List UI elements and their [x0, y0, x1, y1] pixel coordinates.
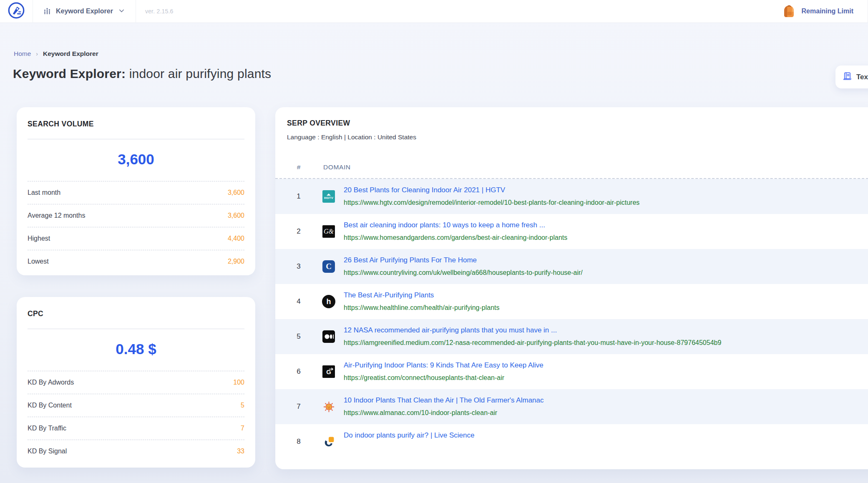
result-url: https://www.almanac.com/10-indoor-plants…: [344, 408, 544, 418]
live-science-favicon: [322, 435, 335, 448]
serp-result-row: 4 h The Best Air-Purifying Plants https:…: [275, 284, 868, 319]
app-logo[interactable]: [0, 0, 33, 23]
search-volume-value: 3,600: [28, 151, 244, 168]
homes-and-gardens-glyph: G&: [322, 225, 335, 238]
stat-label: KD By Content: [28, 402, 72, 409]
rank-column-header: #: [287, 164, 310, 171]
result-rank: 6: [287, 367, 310, 376]
breadcrumb-current: Keyword Explorer: [43, 50, 98, 58]
app-version: ver. 2.15.6: [136, 8, 183, 15]
stat-value: 3,600: [228, 189, 244, 196]
healthline-favicon: h: [322, 295, 335, 308]
hgtv-glyph: HGTV: [324, 196, 333, 200]
hgtv-favicon: HGTV: [322, 190, 335, 203]
divider: [28, 139, 244, 139]
country-living-favicon: C: [322, 260, 335, 273]
result-rank: 1: [287, 192, 310, 201]
serp-overview-title: SERP OVERVIEW: [287, 119, 868, 128]
text-report-button[interactable]: Text: [835, 65, 868, 88]
result-url: https://www.countryliving.com/uk/wellbei…: [344, 268, 583, 277]
serp-result-row: 7 10 I: [275, 389, 868, 424]
stat-label: KD By Traffic: [28, 425, 66, 432]
serp-result-row: 6 G Air-Purifying Indoor Plants: 9 Kinds…: [275, 354, 868, 389]
stat-value: 5: [241, 402, 244, 409]
result-title-link[interactable]: The Best Air-Purifying Plants: [344, 290, 500, 300]
homes-and-gardens-favicon: G&: [322, 225, 335, 238]
stat-row-kd-traffic: KD By Traffic 7: [28, 417, 244, 440]
result-url: https://www.homesandgardens.com/gardens/…: [344, 233, 567, 242]
page-title: Keyword Explorer: indoor air purifying p…: [13, 67, 271, 81]
search-volume-title: SEARCH VOLUME: [28, 107, 244, 129]
stat-row-last-month: Last month 3,600: [28, 181, 244, 204]
serp-result-row: 5 12 NASA recommended air-purifying plan…: [275, 319, 868, 354]
stat-value: 100: [233, 379, 244, 386]
result-title-link[interactable]: 10 Indoor Plants That Clean the Air | Th…: [344, 395, 544, 405]
cpc-value: 0.48 $: [28, 341, 244, 357]
breadcrumb: Home › Keyword Explorer: [14, 50, 98, 58]
stat-row-kd-adwords: KD By Adwords 100: [28, 371, 244, 394]
navbar-right: Remaining Limit: [782, 0, 868, 23]
stat-row-lowest: Lowest 2,900: [28, 250, 244, 273]
result-rank: 5: [287, 332, 310, 341]
stat-value: 4,400: [228, 235, 244, 242]
stat-row-highest: Highest 4,400: [28, 227, 244, 250]
navbar-left: Keyword Explorer ver. 2.15.6: [0, 0, 183, 23]
serp-result-row: 1 HGTV 20 Best Plants for Cleaning Indoo…: [275, 179, 868, 214]
serp-result-row: 3 C 26 Best Air Purifying Plants For The…: [275, 249, 868, 284]
divider: [28, 329, 244, 329]
top-navbar: Keyword Explorer ver. 2.15.6 Remaining L…: [0, 0, 868, 23]
result-title-link[interactable]: 12 NASA recommended air-purifying plants…: [344, 325, 721, 335]
breadcrumb-home-link[interactable]: Home: [14, 50, 31, 58]
stat-label: KD By Adwords: [28, 379, 74, 386]
result-title-link[interactable]: Do indoor plants purify air? | Live Scie…: [344, 430, 474, 440]
result-url: https://greatist.com/connect/houseplants…: [344, 373, 543, 382]
stat-value: 7: [241, 425, 244, 432]
remaining-limit-link[interactable]: Remaining Limit: [802, 8, 853, 15]
result-rank: 7: [287, 402, 310, 411]
bar-chart-icon: [43, 6, 51, 16]
healthline-glyph: h: [322, 295, 335, 308]
result-url: https://www.healthline.com/health/air-pu…: [344, 303, 500, 312]
search-volume-card: SEARCH VOLUME 3,600 Last month 3,600 Ave…: [17, 107, 255, 275]
text-button-label: Text: [856, 73, 868, 81]
greatist-favicon: G: [322, 365, 335, 378]
cpc-card: CPC 0.48 $ KD By Adwords 100 KD By Conte…: [17, 297, 255, 468]
page-title-prefix: Keyword Explorer:: [13, 67, 126, 80]
country-living-glyph: C: [322, 260, 335, 273]
serp-overview-card: SERP OVERVIEW Language : English | Locat…: [275, 107, 868, 469]
serp-result-row: 2 G& Best air cleaning indoor plants: 10…: [275, 214, 868, 249]
stat-row-average-12-months: Average 12 months 3,600: [28, 204, 244, 227]
cpc-title: CPC: [28, 297, 244, 319]
page-title-keyword: indoor air purifying plants: [126, 67, 271, 80]
almanac-sun-favicon: [322, 400, 335, 413]
result-url: https://iamgreenified.medium.com/12-nasa…: [344, 338, 721, 347]
domain-column-header: DOMAIN: [323, 164, 351, 171]
backpack-icon: [782, 3, 796, 20]
stat-value: 2,900: [228, 258, 244, 265]
stat-row-kd-content: KD By Content 5: [28, 394, 244, 417]
result-title-link[interactable]: Best air cleaning indoor plants: 10 ways…: [344, 220, 567, 230]
tool-selector-dropdown[interactable]: Keyword Explorer: [33, 0, 136, 23]
chevron-down-icon: [118, 7, 126, 16]
stat-value: 3,600: [228, 212, 244, 219]
result-rank: 8: [287, 438, 310, 446]
result-title-link[interactable]: Air-Purifying Indoor Plants: 9 Kinds Tha…: [344, 360, 543, 370]
stat-label: Average 12 months: [28, 212, 85, 219]
result-title-link[interactable]: 20 Best Plants for Cleaning Indoor Air 2…: [344, 185, 639, 195]
stat-label: Lowest: [28, 258, 49, 265]
result-rank: 4: [287, 297, 310, 306]
serp-table-header: # DOMAIN: [275, 163, 868, 172]
result-title-link[interactable]: 26 Best Air Purifying Plants For The Hom…: [344, 255, 583, 265]
stat-row-kd-signal: KD By Signal 33: [28, 440, 244, 463]
stat-label: KD By Signal: [28, 448, 67, 455]
medium-favicon: [322, 330, 335, 343]
book-icon: [842, 71, 852, 83]
serp-language-location: Language : English | Location : United S…: [287, 133, 868, 141]
stat-label: Last month: [28, 189, 60, 196]
stat-label: Highest: [28, 235, 50, 242]
stat-value: 33: [237, 448, 244, 455]
serp-results-list: 1 HGTV 20 Best Plants for Cleaning Indoo…: [275, 179, 868, 459]
tool-selector-label: Keyword Explorer: [56, 8, 113, 15]
serp-result-row: 8 Do indoor plants purify air? | Live Sc…: [275, 424, 868, 459]
breadcrumb-separator: ›: [36, 50, 38, 57]
